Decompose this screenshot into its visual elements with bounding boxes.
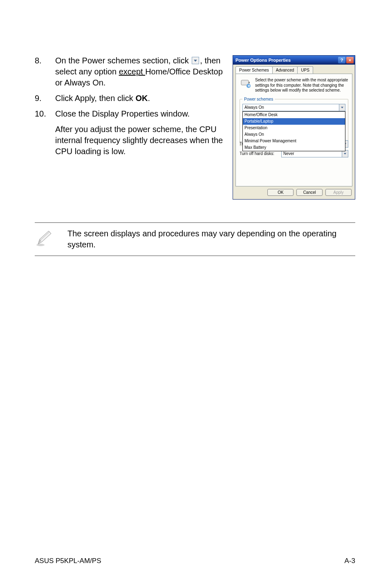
note-text: The screen displays and procedures may v… xyxy=(67,228,355,250)
help-button[interactable]: ? xyxy=(338,57,345,63)
step-underlined: except xyxy=(119,67,145,76)
description-row: Select the power scheme with the most ap… xyxy=(240,78,348,93)
scheme-dropdown-list[interactable]: Home/Office Desk Portable/Laptop Present… xyxy=(242,111,345,151)
tab-row: Power Schemes Advanced UPS xyxy=(233,65,355,74)
chevron-down-icon xyxy=(339,104,345,111)
svg-rect-1 xyxy=(249,82,250,83)
button-row: OK Cancel Apply xyxy=(233,189,355,199)
step-text-pre: Click Apply, then click xyxy=(55,94,135,103)
step-text-post: . xyxy=(148,94,150,103)
scheme-option-selected[interactable]: Portable/Laptop xyxy=(243,118,345,125)
ok-button[interactable]: OK xyxy=(267,189,294,196)
chevron-down-icon xyxy=(342,150,348,157)
tab-advanced[interactable]: Advanced xyxy=(272,66,298,74)
fieldset-legend: Power schemes xyxy=(242,97,275,101)
step-text-pre: On the Power schemes section, click xyxy=(55,56,191,65)
step-number: 10. xyxy=(35,108,55,119)
dropdown-arrow-icon xyxy=(192,57,199,64)
footer-left: ASUS P5KPL-AM/PS xyxy=(35,557,101,565)
dialog-description: Select the power scheme with the most ap… xyxy=(255,78,348,93)
scheme-option[interactable]: Home/Office Desk xyxy=(243,112,345,118)
dialog-title: Power Options Properties xyxy=(235,58,337,63)
tab-ups[interactable]: UPS xyxy=(297,66,313,74)
scheme-option[interactable]: Max Battery xyxy=(243,144,345,151)
note-block: The screen displays and procedures may v… xyxy=(35,222,355,256)
scheme-selected: Always On xyxy=(244,105,264,110)
cancel-button[interactable]: Cancel xyxy=(296,189,323,196)
tab-power-schemes[interactable]: Power Schemes xyxy=(235,66,273,74)
pencil-note-icon xyxy=(35,228,53,247)
scheme-dropdown[interactable]: Always On xyxy=(242,104,345,111)
after-paragraph: After you adjust the power scheme, the C… xyxy=(55,124,224,157)
steps-list: 8. On the Power schemes section, click ,… xyxy=(35,55,224,119)
svg-point-3 xyxy=(36,244,45,246)
step-bold: OK xyxy=(135,94,148,103)
step-body: On the Power schemes section, click , th… xyxy=(55,55,224,88)
page-footer: ASUS P5KPL-AM/PS A-3 xyxy=(35,557,355,565)
scheme-option[interactable]: Presentation xyxy=(243,125,345,131)
titlebar: Power Options Properties ? × xyxy=(233,56,355,65)
step-8: 8. On the Power schemes section, click ,… xyxy=(35,55,224,88)
power-schemes-fieldset: Power schemes Always On Home/Office Desk… xyxy=(240,97,348,146)
step-10: 10. Close the Display Properties window. xyxy=(35,108,224,119)
scheme-option[interactable]: Always On xyxy=(243,131,345,138)
battery-icon xyxy=(240,78,252,90)
svg-marker-4 xyxy=(38,231,51,244)
apply-button[interactable]: Apply xyxy=(325,189,352,196)
step-body: Click Apply, then click OK. xyxy=(55,93,224,104)
step-number: 9. xyxy=(35,93,55,104)
step-9: 9. Click Apply, then click OK. xyxy=(35,93,224,104)
scheme-option[interactable]: Minimal Power Management xyxy=(243,138,345,144)
step-number: 8. xyxy=(35,55,55,66)
tab-content: Select the power scheme with the most ap… xyxy=(235,74,352,186)
step-body: Close the Display Properties window. xyxy=(55,108,224,119)
disks-value: Never xyxy=(283,151,294,156)
footer-right: A-3 xyxy=(345,557,355,565)
power-options-dialog: Power Options Properties ? × Power Schem… xyxy=(233,55,355,200)
close-button[interactable]: × xyxy=(346,57,354,63)
disks-label: Turn off hard disks: xyxy=(240,151,279,156)
